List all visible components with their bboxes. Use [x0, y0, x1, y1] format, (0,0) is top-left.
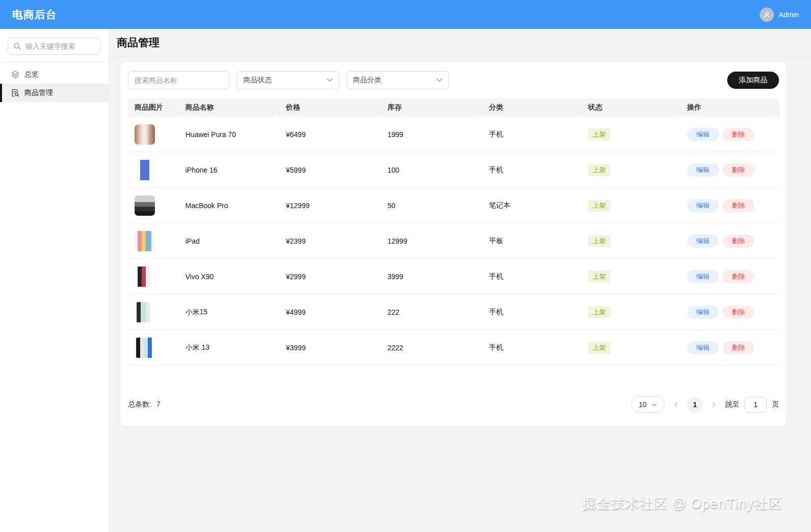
category-select[interactable]: 商品分类	[346, 71, 449, 89]
product-name: iPad	[179, 237, 279, 245]
edit-button[interactable]: 编辑	[687, 199, 719, 212]
jump-to-label: 跳至	[725, 400, 739, 409]
app-title: 电商后台	[12, 8, 57, 22]
col-image: 商品图片	[128, 103, 179, 112]
product-image	[135, 195, 155, 216]
filter-bar: 商品状态 商品分类 添加商品	[128, 71, 779, 89]
product-price: ¥4999	[279, 308, 381, 316]
product-price: ¥2399	[279, 237, 381, 245]
table-row: Vivo X90 ¥2999 3999 手机 上架 编辑 删除	[128, 259, 779, 294]
edit-button[interactable]: 编辑	[687, 128, 719, 141]
sidebar-nav: 总览 商品管理	[0, 62, 109, 102]
total-value: 7	[156, 400, 160, 408]
product-price: ¥6499	[279, 130, 381, 139]
product-stock: 12999	[381, 237, 482, 245]
product-price: ¥5999	[279, 166, 381, 174]
product-image	[135, 267, 155, 287]
edit-button[interactable]: 编辑	[687, 235, 719, 248]
page-size-select[interactable]: 10	[631, 396, 665, 413]
page-unit-label: 页	[772, 400, 779, 409]
watermark: 掘金技术社区 @ OpenTiny社区	[582, 494, 782, 513]
table-row: 小米 13 ¥3999 2222 手机 上架 编辑 删除	[128, 330, 779, 365]
product-stock: 2222	[381, 344, 482, 352]
jump-page-input[interactable]	[744, 397, 767, 413]
sidebar-item-product-management[interactable]: 商品管理	[0, 84, 109, 102]
next-page-button[interactable]	[708, 398, 720, 411]
product-category: 手机	[482, 165, 581, 175]
status-badge: 上架	[588, 128, 610, 141]
product-search-input[interactable]	[128, 71, 230, 89]
col-name: 商品名称	[179, 103, 279, 112]
edit-button[interactable]: 编辑	[687, 341, 719, 354]
status-select-value: 商品状态	[243, 76, 272, 85]
edit-button[interactable]: 编辑	[687, 270, 719, 283]
product-name: Vivo X90	[179, 273, 279, 281]
product-category: 手机	[482, 130, 581, 139]
main-content: 商品管理 商品状态 商品分类 添加商品 商品图片	[109, 29, 811, 532]
delete-button[interactable]: 删除	[723, 341, 754, 354]
edit-button[interactable]: 编辑	[687, 163, 719, 177]
category-select-value: 商品分类	[353, 76, 381, 85]
product-name: 小米 13	[179, 343, 279, 352]
search-icon	[13, 42, 21, 50]
chevron-left-icon	[674, 402, 678, 408]
delete-button[interactable]: 删除	[723, 270, 754, 283]
product-stock: 3999	[381, 273, 482, 281]
page-size-value: 10	[639, 401, 647, 409]
table-row: 小米15 ¥4999 222 手机 上架 编辑 删除	[128, 294, 779, 330]
product-panel: 商品状态 商品分类 添加商品 商品图片 商品名称 价格 库存 分类	[120, 62, 786, 426]
product-stock: 100	[381, 166, 482, 174]
product-image	[135, 160, 155, 180]
delete-button[interactable]: 删除	[723, 128, 754, 141]
product-price: ¥3999	[279, 344, 381, 352]
edit-button[interactable]: 编辑	[687, 306, 719, 319]
status-badge: 上架	[588, 306, 610, 318]
page-number-1[interactable]: 1	[687, 397, 703, 413]
delete-button[interactable]: 删除	[723, 199, 754, 212]
sidebar: 总览 商品管理	[0, 29, 109, 532]
delete-button[interactable]: 删除	[723, 163, 754, 177]
table-row: Huawei Pura 70 ¥6499 1999 手机 上架 编辑 删除	[128, 117, 779, 152]
add-product-button[interactable]: 添加商品	[727, 72, 779, 89]
table-row: iPhone 16 ¥5999 100 手机 上架 编辑 删除	[128, 152, 779, 188]
avatar	[760, 8, 774, 22]
page-head: 商品管理	[109, 29, 811, 57]
layers-icon	[11, 71, 19, 79]
delete-button[interactable]: 删除	[723, 235, 754, 248]
prev-page-button[interactable]	[670, 398, 682, 411]
document-search-icon	[11, 89, 19, 97]
table-row: MacBook Pro ¥12999 50 笔记本 上架 编辑 删除	[128, 188, 779, 223]
col-stock: 库存	[381, 103, 482, 112]
chevron-right-icon	[712, 402, 716, 408]
table-row: iPad ¥2399 12999 平板 上架 编辑 删除	[128, 223, 779, 259]
sidebar-search-input[interactable]	[25, 42, 91, 50]
product-category: 平板	[482, 237, 581, 246]
product-category: 笔记本	[482, 201, 581, 210]
pagination: 10 1 跳至 页	[631, 396, 779, 413]
col-actions: 操作	[680, 103, 779, 112]
product-stock: 222	[381, 308, 482, 316]
col-category: 分类	[482, 103, 581, 112]
sidebar-item-overview[interactable]: 总览	[0, 65, 109, 84]
chevron-down-icon	[436, 78, 442, 82]
total-count: 总条数:7	[128, 400, 160, 409]
col-status: 状态	[581, 103, 680, 112]
product-category: 手机	[482, 308, 581, 317]
sidebar-search[interactable]	[8, 37, 101, 55]
user-icon	[763, 11, 771, 19]
product-table: 商品图片 商品名称 价格 库存 分类 状态 操作 Huawei Pura 70 …	[128, 98, 779, 365]
status-badge: 上架	[588, 342, 610, 354]
sidebar-item-label: 总览	[24, 70, 39, 79]
table-footer: 总条数:7 10 1 跳至 页	[128, 396, 779, 413]
product-image	[135, 124, 155, 145]
product-image	[135, 231, 155, 251]
status-badge: 上架	[588, 164, 610, 176]
col-price: 价格	[279, 103, 381, 112]
table-header: 商品图片 商品名称 价格 库存 分类 状态 操作	[128, 98, 779, 117]
status-select[interactable]: 商品状态	[237, 71, 339, 89]
delete-button[interactable]: 删除	[723, 306, 754, 319]
user-menu[interactable]: Admin	[760, 8, 799, 22]
status-badge: 上架	[588, 271, 610, 283]
product-name: iPhone 16	[179, 166, 279, 174]
page-title: 商品管理	[117, 36, 159, 50]
